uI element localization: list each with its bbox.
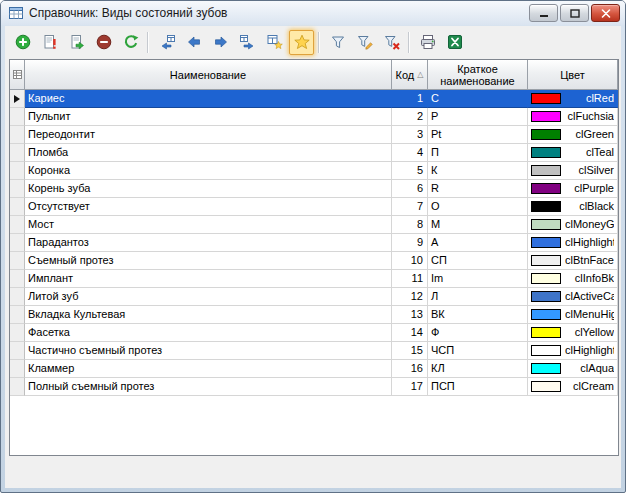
last-record-button[interactable] xyxy=(235,30,260,55)
cell-code[interactable]: 7 xyxy=(392,198,428,216)
cell-code[interactable]: 3 xyxy=(392,126,428,144)
cell-name[interactable]: Парадантоз xyxy=(25,234,392,252)
post-record-button[interactable] xyxy=(64,30,89,55)
cell-code[interactable]: 13 xyxy=(392,306,428,324)
table-row[interactable]: Пульпит2РclFuchsia xyxy=(10,108,618,126)
cell-short-name[interactable]: П xyxy=(428,144,528,162)
table-row[interactable]: Корень зуба6RclPurple xyxy=(10,180,618,198)
table-row[interactable]: Фасетка14ФclYellow xyxy=(10,324,618,342)
cell-code[interactable]: 15 xyxy=(392,342,428,360)
cell-color[interactable]: clYellow xyxy=(528,324,618,342)
print-button[interactable] xyxy=(415,30,440,55)
edit-record-button[interactable] xyxy=(37,30,62,55)
first-record-button[interactable] xyxy=(154,30,179,55)
cell-short-name[interactable]: ВК xyxy=(428,306,528,324)
column-header-name[interactable]: Наименование xyxy=(25,60,392,90)
cell-color[interactable]: clHighlightText xyxy=(528,342,618,360)
cell-code[interactable]: 14 xyxy=(392,324,428,342)
cell-short-name[interactable]: Ф xyxy=(428,324,528,342)
goto-bookmark-button[interactable] xyxy=(262,30,287,55)
titlebar[interactable]: Справочник: Виды состояний зубов xyxy=(1,1,625,25)
cell-color[interactable]: clActiveCaption xyxy=(528,288,618,306)
cell-short-name[interactable]: ПСП xyxy=(428,378,528,396)
cell-name[interactable]: Кариес xyxy=(25,90,392,108)
set-bookmark-button[interactable] xyxy=(289,30,314,55)
cell-short-name[interactable]: Pt xyxy=(428,126,528,144)
table-row[interactable]: Съемный протез10СПclBtnFace xyxy=(10,252,618,270)
cell-name[interactable]: Имплант xyxy=(25,270,392,288)
header-corner[interactable] xyxy=(10,60,25,90)
cell-code[interactable]: 10 xyxy=(392,252,428,270)
cell-short-name[interactable]: R xyxy=(428,180,528,198)
cell-color[interactable]: clMoneyGreen xyxy=(528,216,618,234)
cell-code[interactable]: 8 xyxy=(392,216,428,234)
table-row[interactable]: Мост8МclMoneyGreen xyxy=(10,216,618,234)
cell-code[interactable]: 16 xyxy=(392,360,428,378)
table-row[interactable]: Пломба4ПclTeal xyxy=(10,144,618,162)
cell-color[interactable]: clCream xyxy=(528,378,618,396)
table-row[interactable]: Кариес1СclRed xyxy=(10,90,618,108)
cell-color[interactable]: clAqua xyxy=(528,360,618,378)
cell-color[interactable]: clHighlight xyxy=(528,234,618,252)
cell-short-name[interactable]: С xyxy=(428,90,528,108)
next-record-button[interactable] xyxy=(208,30,233,55)
table-row[interactable]: Полный съемный протез17ПСПclCream xyxy=(10,378,618,396)
table-row[interactable]: Переодонтит3PtclGreen xyxy=(10,126,618,144)
table-row[interactable]: Отсутствует7ОclBlack xyxy=(10,198,618,216)
cell-short-name[interactable]: КЛ xyxy=(428,360,528,378)
cell-name[interactable]: Пульпит xyxy=(25,108,392,126)
cell-color[interactable]: clGreen xyxy=(528,126,618,144)
cell-code[interactable]: 11 xyxy=(392,270,428,288)
table-row[interactable]: Частично съемный протез15ЧСПclHighlightT… xyxy=(10,342,618,360)
cell-color[interactable]: clInfoBk xyxy=(528,270,618,288)
cell-name[interactable]: Коронка xyxy=(25,162,392,180)
cell-code[interactable]: 17 xyxy=(392,378,428,396)
add-record-button[interactable] xyxy=(10,30,35,55)
cell-color[interactable]: clMenuHighlight xyxy=(528,306,618,324)
cell-short-name[interactable]: Im xyxy=(428,270,528,288)
cell-code[interactable]: 2 xyxy=(392,108,428,126)
filter-button[interactable] xyxy=(325,30,350,55)
cell-short-name[interactable]: Р xyxy=(428,108,528,126)
cell-color[interactable]: clBtnFace xyxy=(528,252,618,270)
cell-color[interactable]: clBlack xyxy=(528,198,618,216)
cell-short-name[interactable]: А xyxy=(428,234,528,252)
delete-record-button[interactable] xyxy=(91,30,116,55)
cell-code[interactable]: 5 xyxy=(392,162,428,180)
cell-short-name[interactable]: Л xyxy=(428,288,528,306)
cell-name[interactable]: Кламмер xyxy=(25,360,392,378)
cell-color[interactable]: clFuchsia xyxy=(528,108,618,126)
cell-short-name[interactable]: ЧСП xyxy=(428,342,528,360)
cell-short-name[interactable]: М xyxy=(428,216,528,234)
table-row[interactable]: Парадантоз9АclHighlight xyxy=(10,234,618,252)
cell-color[interactable]: clSilver xyxy=(528,162,618,180)
cell-code[interactable]: 12 xyxy=(392,288,428,306)
cell-name[interactable]: Съемный протез xyxy=(25,252,392,270)
cell-name[interactable]: Вкладка Культевая xyxy=(25,306,392,324)
cell-short-name[interactable]: СП xyxy=(428,252,528,270)
refresh-button[interactable] xyxy=(118,30,143,55)
maximize-button[interactable] xyxy=(560,4,589,22)
close-button[interactable] xyxy=(591,4,620,22)
table-row[interactable]: Вкладка Культевая13ВКclMenuHighlight xyxy=(10,306,618,324)
custom-filter-button[interactable] xyxy=(352,30,377,55)
cell-short-name[interactable]: К xyxy=(428,162,528,180)
cell-color[interactable]: clPurple xyxy=(528,180,618,198)
cell-name[interactable]: Литой зуб xyxy=(25,288,392,306)
column-header-color[interactable]: Цвет xyxy=(528,60,618,90)
cell-name[interactable]: Переодонтит xyxy=(25,126,392,144)
table-row[interactable]: Литой зуб12ЛclActiveCaption xyxy=(10,288,618,306)
column-header-code[interactable]: Код △ xyxy=(392,60,428,90)
column-header-short-name[interactable]: Краткое наименование xyxy=(428,60,528,90)
cell-color[interactable]: clTeal xyxy=(528,144,618,162)
cell-color[interactable]: clRed xyxy=(528,90,618,108)
cell-name[interactable]: Отсутствует xyxy=(25,198,392,216)
table-row[interactable]: Кламмер16КЛclAqua xyxy=(10,360,618,378)
minimize-button[interactable] xyxy=(529,4,558,22)
clear-filter-button[interactable] xyxy=(379,30,404,55)
cell-name[interactable]: Корень зуба xyxy=(25,180,392,198)
cell-code[interactable]: 6 xyxy=(392,180,428,198)
cell-name[interactable]: Пломба xyxy=(25,144,392,162)
cell-name[interactable]: Мост xyxy=(25,216,392,234)
cell-code[interactable]: 1 xyxy=(392,90,428,108)
